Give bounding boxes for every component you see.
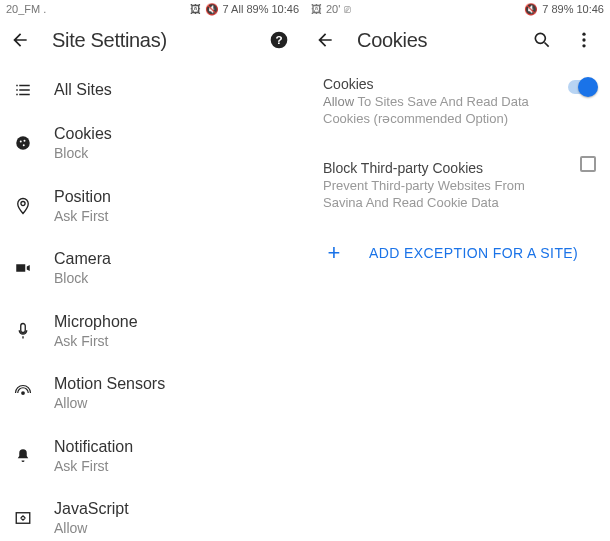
mute-icon: 🔇	[524, 3, 538, 16]
svg-point-4	[24, 140, 26, 142]
back-button[interactable]	[10, 30, 36, 50]
row-microphone[interactable]: Microphone Ask First	[0, 300, 305, 363]
row-label: Camera	[54, 249, 111, 269]
status-right-text: 7 89% 10:46	[542, 3, 604, 15]
svg-point-6	[21, 391, 25, 395]
block-third-party-checkbox[interactable]	[580, 156, 596, 172]
row-label: All Sites	[54, 80, 112, 100]
row-sub: Allow	[54, 520, 129, 538]
row-label: Microphone	[54, 312, 138, 332]
row-sub: Ask First	[54, 208, 111, 226]
row-sub: Allow	[54, 395, 165, 413]
block-third-party-section[interactable]: Block Third-party Cookies Prevent Third-…	[305, 138, 610, 222]
row-label: JavaScript	[54, 499, 129, 519]
help-icon: ?	[269, 30, 289, 50]
svg-point-8	[535, 33, 545, 43]
pin-icon	[14, 197, 36, 215]
status-left-text: 20'	[326, 3, 340, 15]
page-title: Site Settinas)	[52, 29, 253, 52]
row-label: Notification	[54, 437, 133, 457]
status-right-text: 7 All 89% 10:46	[223, 3, 299, 15]
page-title: Cookies	[357, 29, 516, 52]
add-exception-label: ADD EXCEPTION FOR A SITE)	[369, 245, 578, 261]
section-sub: Allow To Sites Save And Read Data Cookie…	[323, 94, 543, 128]
svg-text:?: ?	[275, 33, 282, 46]
status-bar-left: 20_FM . 🖼 🔇 7 All 89% 10:46	[0, 0, 305, 18]
mute-icon: 🔇	[205, 3, 219, 16]
row-cookies[interactable]: Cookies Block	[0, 112, 305, 175]
plus-icon: +	[323, 240, 345, 266]
status-left-text: 20_FM .	[6, 3, 46, 15]
list-icon	[14, 81, 36, 99]
section-title: Cookies	[323, 76, 596, 92]
js-icon	[14, 509, 36, 527]
site-settings-pane: 20_FM . 🖼 🔇 7 All 89% 10:46 Site Settina…	[0, 0, 305, 541]
svg-point-9	[582, 33, 585, 36]
add-exception-row[interactable]: + ADD EXCEPTION FOR A SITE)	[305, 222, 610, 276]
cookies-allow-section[interactable]: Cookies Allow To Sites Save And Read Dat…	[305, 62, 610, 138]
search-button[interactable]	[532, 30, 558, 50]
row-label: Cookies	[54, 124, 112, 144]
cookie-icon	[14, 134, 36, 152]
row-all-sites[interactable]: All Sites	[0, 68, 305, 112]
row-sub: Block	[54, 270, 111, 288]
status-bar-right: 🖼 20' ⎚ 🔇 7 89% 10:46	[305, 0, 610, 18]
app-bar-right: Cookies	[305, 18, 610, 62]
svg-point-11	[582, 44, 585, 47]
image-icon: 🖼	[311, 3, 322, 15]
section-title: Block Third-party Cookies	[323, 160, 596, 176]
row-position[interactable]: Position Ask First	[0, 175, 305, 238]
sensor-icon	[14, 384, 36, 402]
help-button[interactable]: ?	[269, 30, 295, 50]
svg-point-10	[582, 38, 585, 41]
svg-point-5	[23, 145, 25, 147]
arrow-left-icon	[10, 30, 30, 50]
svg-point-3	[20, 141, 22, 143]
overflow-button[interactable]	[574, 30, 600, 50]
arrow-left-icon	[315, 30, 335, 50]
camera-icon	[14, 259, 36, 277]
row-sub: Block	[54, 145, 112, 163]
search-icon	[532, 30, 552, 50]
svg-point-2	[16, 137, 30, 151]
mic-icon	[14, 322, 36, 340]
settings-list: All Sites Cookies Block Position Ask Fir…	[0, 62, 305, 541]
bell-icon	[14, 447, 36, 465]
row-sub: Ask First	[54, 333, 138, 351]
svg-rect-7	[16, 513, 30, 524]
more-vert-icon	[574, 30, 594, 50]
row-label: Motion Sensors	[54, 374, 165, 394]
row-label: Position	[54, 187, 111, 207]
section-sub: Prevent Third-party Websites From Savina…	[323, 178, 553, 212]
row-notification[interactable]: Notification Ask First	[0, 425, 305, 488]
row-camera[interactable]: Camera Block	[0, 237, 305, 300]
cookies-toggle[interactable]	[568, 80, 596, 94]
image-icon: 🖼	[190, 3, 201, 15]
row-motion-sensors[interactable]: Motion Sensors Allow	[0, 362, 305, 425]
back-button[interactable]	[315, 30, 341, 50]
cast-icon: ⎚	[344, 3, 351, 15]
row-javascript[interactable]: JavaScript Allow	[0, 487, 305, 541]
cookies-pane: 🖼 20' ⎚ 🔇 7 89% 10:46 Cookies Cookies	[305, 0, 610, 541]
app-bar-left: Site Settinas) ?	[0, 18, 305, 62]
row-sub: Ask First	[54, 458, 133, 476]
